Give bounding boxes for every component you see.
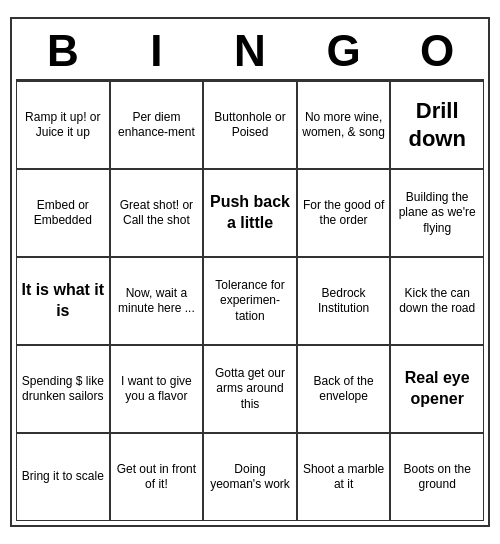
bingo-letter-i: I xyxy=(110,23,204,79)
bingo-cell-19: Real eye opener xyxy=(390,345,484,433)
bingo-cell-12: Tolerance for experimen-tation xyxy=(203,257,297,345)
bingo-cell-2: Buttonhole or Poised xyxy=(203,81,297,169)
bingo-letter-g: G xyxy=(297,23,391,79)
bingo-cell-0: Ramp it up! or Juice it up xyxy=(16,81,110,169)
bingo-cell-4: Drill down xyxy=(390,81,484,169)
bingo-cell-16: I want to give you a flavor xyxy=(110,345,204,433)
bingo-cell-6: Great shot! or Call the shot xyxy=(110,169,204,257)
bingo-cell-21: Get out in front of it! xyxy=(110,433,204,521)
bingo-cell-23: Shoot a marble at it xyxy=(297,433,391,521)
bingo-cell-8: For the good of the order xyxy=(297,169,391,257)
bingo-cell-18: Back of the envelope xyxy=(297,345,391,433)
bingo-cell-9: Building the plane as we're flying xyxy=(390,169,484,257)
bingo-cell-22: Doing yeoman's work xyxy=(203,433,297,521)
bingo-letter-b: B xyxy=(16,23,110,79)
bingo-cell-17: Gotta get our arms around this xyxy=(203,345,297,433)
bingo-cell-15: Spending $ like drunken sailors xyxy=(16,345,110,433)
bingo-cell-5: Embed or Embedded xyxy=(16,169,110,257)
bingo-cell-24: Boots on the ground xyxy=(390,433,484,521)
bingo-cell-7: Push back a little xyxy=(203,169,297,257)
bingo-cell-1: Per diem enhance-ment xyxy=(110,81,204,169)
bingo-cell-13: Bedrock Institution xyxy=(297,257,391,345)
bingo-letter-n: N xyxy=(203,23,297,79)
bingo-cell-10: It is what it is xyxy=(16,257,110,345)
bingo-header: BINGO xyxy=(16,23,484,79)
bingo-cell-3: No more wine, women, & song xyxy=(297,81,391,169)
bingo-cell-14: Kick the can down the road xyxy=(390,257,484,345)
bingo-card: BINGO Ramp it up! or Juice it upPer diem… xyxy=(10,17,490,527)
bingo-grid: Ramp it up! or Juice it upPer diem enhan… xyxy=(16,79,484,521)
bingo-cell-11: Now, wait a minute here ... xyxy=(110,257,204,345)
bingo-letter-o: O xyxy=(390,23,484,79)
bingo-cell-20: Bring it to scale xyxy=(16,433,110,521)
